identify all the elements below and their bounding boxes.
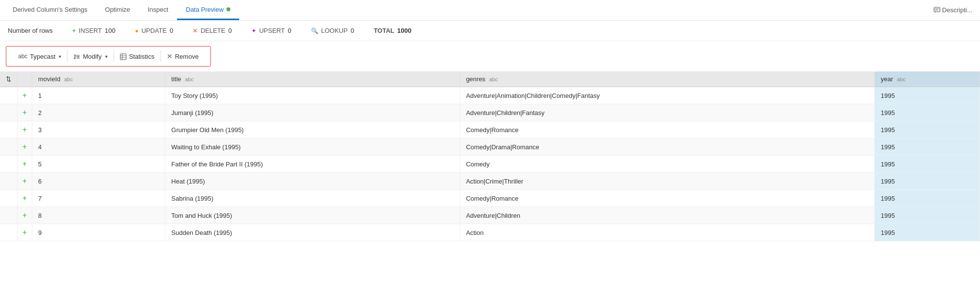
statistics-icon [120,52,127,60]
row-add-btn[interactable]: + [18,121,32,139]
typecast-chevron-icon: ▾ [59,54,61,59]
row-expand [0,87,18,104]
tab-data-preview[interactable]: Data Preview [177,0,239,20]
svg-rect-0 [934,7,940,12]
rows-label: Number of rows [8,27,53,34]
data-preview-dot [226,7,230,11]
update-stat: ● UPDATE 0 [135,27,173,34]
typecast-button[interactable]: abc Typecast ▾ [12,51,67,62]
col-genres-header[interactable]: genres abc [460,71,874,87]
remove-button[interactable]: ✕ Remove [161,50,204,62]
typecast-icon: abc [18,53,27,60]
svg-point-3 [74,55,75,56]
table-row: + 1 Toy Story (1995) Adventure|Animation… [0,87,980,104]
modify-icon [73,52,80,60]
col-sort-header[interactable]: ⇅ [0,71,18,87]
row-expand [0,173,18,190]
top-nav: Derived Column's Settings Optimize Inspe… [0,0,980,21]
cell-title: Father of the Bride Part II (1995) [165,156,460,173]
cell-genres: Comedy [460,156,874,173]
row-expand [0,139,18,156]
cell-title: Waiting to Exhale (1995) [165,139,460,156]
tab-inspect[interactable]: Inspect [139,0,177,20]
row-add-btn[interactable]: + [18,87,32,104]
cell-movieid: 7 [32,190,165,207]
row-add-btn[interactable]: + [18,104,32,121]
stats-row: Number of rows + INSERT 100 ● UPDATE 0 ✕… [0,21,980,41]
cell-genres: Comedy|Romance [460,121,874,139]
insert-icon: + [72,27,76,34]
row-expand [0,104,18,121]
cell-year: 1995 [875,87,980,104]
lookup-stat: 🔍 LOOKUP 0 [311,27,354,34]
row-add-btn[interactable]: + [18,173,32,190]
cell-year: 1995 [875,104,980,121]
update-icon: ● [135,27,138,34]
total-stat: TOTAL 1000 [374,27,411,34]
cell-genres: Adventure|Children [460,207,874,224]
row-expand [0,224,18,241]
description-button[interactable]: Descripti... [934,6,976,14]
modify-button[interactable]: Modify ▾ [67,50,113,62]
row-expand [0,156,18,173]
insert-stat: + INSERT 100 [72,27,115,34]
comment-icon [934,7,940,14]
row-expand [0,190,18,207]
cell-movieid: 5 [32,156,165,173]
row-add-btn[interactable]: + [18,224,32,241]
table-row: + 4 Waiting to Exhale (1995) Comedy|Dram… [0,139,980,156]
cell-movieid: 6 [32,173,165,190]
table-row: + 8 Tom and Huck (1995) Adventure|Childr… [0,207,980,224]
row-add-btn[interactable]: + [18,156,32,173]
table-header-row: ⇅ movieId abc title abc genres abc year … [0,71,980,87]
column-toolbar: abc Typecast ▾ Modify ▾ [6,46,211,67]
cell-year: 1995 [875,207,980,224]
cell-year: 1995 [875,121,980,139]
data-table: ⇅ movieId abc title abc genres abc year … [0,71,980,241]
row-expand [0,121,18,139]
cell-movieid: 8 [32,207,165,224]
table-row: + 6 Heat (1995) Action|Crime|Thriller 19… [0,173,980,190]
cell-title: Sudden Death (1995) [165,224,460,241]
col-year-header[interactable]: year abc [875,71,980,87]
cell-movieid: 3 [32,121,165,139]
cell-movieid: 2 [32,104,165,121]
delete-icon: ✕ [193,27,198,34]
cell-title: Tom and Huck (1995) [165,207,460,224]
tab-optimize[interactable]: Optimize [96,0,139,20]
statistics-button[interactable]: Statistics [114,50,161,62]
lookup-icon: 🔍 [311,27,318,34]
tab-derived-settings[interactable]: Derived Column's Settings [4,0,96,20]
col-add-header [18,71,32,87]
cell-movieid: 9 [32,224,165,241]
table-row: + 2 Jumanji (1995) Adventure|Children|Fa… [0,104,980,121]
cell-title: Heat (1995) [165,173,460,190]
col-title-header[interactable]: title abc [165,71,460,87]
table-row: + 3 Grumpier Old Men (1995) Comedy|Roman… [0,121,980,139]
svg-point-5 [78,56,79,57]
col-movieid-header[interactable]: movieId abc [32,71,165,87]
cell-movieid: 4 [32,139,165,156]
delete-stat: ✕ DELETE 0 [193,27,232,34]
cell-title: Sabrina (1995) [165,190,460,207]
cell-genres: Adventure|Children|Fantasy [460,104,874,121]
cell-genres: Comedy|Romance [460,190,874,207]
row-add-btn[interactable]: + [18,207,32,224]
upsert-stat: ✦ UPSERT 0 [251,27,291,34]
cell-genres: Adventure|Animation|Children|Comedy|Fant… [460,87,874,104]
cell-year: 1995 [875,156,980,173]
cell-movieid: 1 [32,87,165,104]
row-expand [0,207,18,224]
table-row: + 5 Father of the Bride Part II (1995) C… [0,156,980,173]
sort-arrows-icon: ⇅ [6,75,11,83]
cell-genres: Action [460,224,874,241]
cell-year: 1995 [875,190,980,207]
row-add-btn[interactable]: + [18,190,32,207]
remove-x-icon: ✕ [167,52,173,60]
table-row: + 7 Sabrina (1995) Comedy|Romance 1995 [0,190,980,207]
cell-year: 1995 [875,173,980,190]
table-row: + 9 Sudden Death (1995) Action 1995 [0,224,980,241]
cell-genres: Comedy|Drama|Romance [460,139,874,156]
row-add-btn[interactable]: + [18,139,32,156]
cell-year: 1995 [875,224,980,241]
